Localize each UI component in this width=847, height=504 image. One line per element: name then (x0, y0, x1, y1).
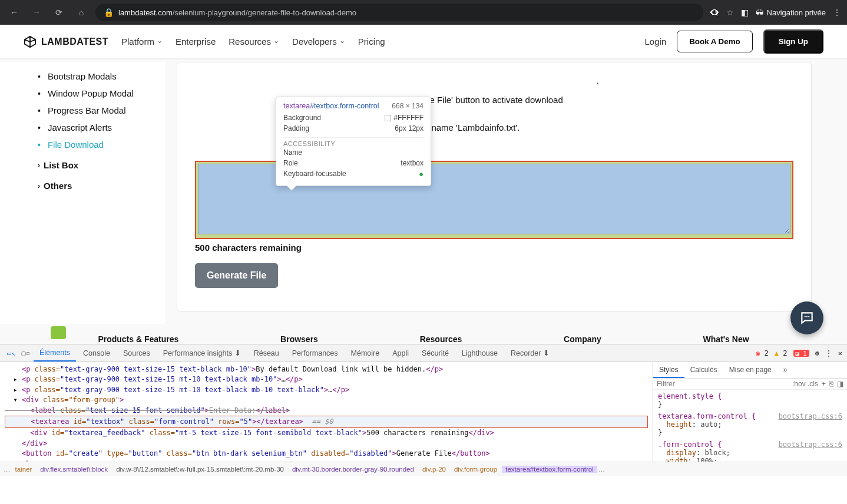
device-toggle-icon[interactable]: ▢▫ (19, 347, 32, 360)
back-button[interactable]: ← (6, 4, 22, 21)
sidebar-item-popup[interactable]: Window Popup Modal (38, 85, 165, 102)
dt-tab-lighthouse[interactable]: Lighthouse (456, 346, 504, 361)
home-button[interactable]: ⌂ (73, 4, 90, 21)
dt-tab-console[interactable]: Console (77, 346, 116, 361)
elements-panel[interactable]: <p class="text-gray-900 text-size-15 tex… (0, 362, 653, 462)
sidebar-category-listbox[interactable]: ›List Box (38, 153, 165, 174)
sidebar: Bootstrap Modals Window Popup Modal Prog… (0, 62, 165, 324)
tooltip-dimensions: 668 × 134 (392, 102, 424, 110)
dt-stab-computed[interactable]: Calculés (684, 362, 723, 378)
gear-icon[interactable]: ⚙ (815, 349, 819, 357)
copy-icon[interactable]: ⎘ (829, 380, 833, 388)
dt-tab-perfinsights[interactable]: Performance insights ⬇ (157, 345, 247, 361)
chat-icon (799, 310, 815, 326)
nav-developers[interactable]: Developers (292, 37, 345, 47)
instruction-text: . (195, 75, 793, 85)
main-card: . and click on 'Generate File' button to… (177, 62, 812, 312)
plus-icon[interactable]: + (822, 380, 826, 388)
sidebar-item-alerts[interactable]: Javascript Alerts (38, 119, 165, 136)
dt-tab-elements[interactable]: Éléments (34, 345, 76, 362)
footer-col[interactable]: Resources (420, 334, 462, 344)
browser-chrome: ← → ⟳ ⌂ 🔒 lambdatest.com/selenium-playgr… (0, 0, 847, 25)
dt-tab-app[interactable]: Appli (386, 346, 415, 361)
star-icon[interactable]: ☆ (726, 8, 734, 17)
inspector-tooltip: textarea#textbox.form-control 668 × 134 … (276, 97, 431, 186)
chat-button[interactable] (790, 301, 823, 334)
book-demo-button[interactable]: Book A Demo (677, 31, 752, 52)
site-header: LAMBDATEST Platform Enterprise Resources… (0, 25, 847, 59)
check-icon: ● (419, 170, 424, 178)
footer-headings: Products & Features Browsers Resources C… (0, 324, 847, 344)
footer-col[interactable]: Products & Features (98, 334, 178, 344)
svg-point-1 (806, 316, 808, 317)
styles-filter-input[interactable] (657, 380, 789, 388)
inspect-picker-icon[interactable]: ▭↖ (5, 347, 18, 360)
reload-button[interactable]: ⟳ (51, 4, 67, 21)
nav-platform[interactable]: Platform (121, 37, 163, 47)
incognito-icon: 🕶 (756, 8, 763, 17)
sidebar-item-progress[interactable]: Progress Bar Modal (38, 102, 165, 119)
issues-badge[interactable]: ◪ 1 (793, 350, 809, 357)
panel-icon[interactable]: ◨ (837, 380, 843, 388)
warn-badge[interactable]: ▲ 2 (775, 349, 788, 357)
dt-tab-sources[interactable]: Sources (117, 346, 156, 361)
filter-tools[interactable]: :hov .cls (792, 380, 818, 388)
eye-off-icon[interactable]: 👁‍🗨 (709, 8, 719, 17)
footer-col[interactable]: Company (564, 334, 601, 344)
menu-icon[interactable]: ⋮ (833, 8, 841, 17)
devtools-tabs: ▭↖ ▢▫ Éléments Console Sources Performan… (0, 344, 847, 362)
lock-icon: 🔒 (104, 8, 114, 17)
incognito-label: Navigation privée (767, 8, 826, 17)
chevron-right-icon: › (38, 182, 40, 190)
dt-stab-styles[interactable]: Styles (653, 362, 684, 378)
nav-pricing[interactable]: Pricing (358, 37, 385, 47)
footer-col[interactable]: Browsers (280, 334, 318, 344)
logo-text: LAMBDATEST (41, 37, 108, 47)
nav-resources[interactable]: Resources (229, 37, 279, 47)
styles-panel: Styles Calculés Mise en page » :hov .cls… (653, 362, 847, 462)
brand-badge (51, 326, 66, 339)
char-remaining: 500 characters remaining (195, 243, 793, 253)
svg-point-2 (808, 316, 809, 317)
dt-tab-performance[interactable]: Performances (286, 346, 344, 361)
dt-tab-memory[interactable]: Mémoire (345, 346, 386, 361)
incognito-indicator: 🕶 Navigation privée (756, 8, 826, 17)
sidebar-item-modals[interactable]: Bootstrap Modals (38, 68, 165, 85)
url-text: lambdatest.com/selenium-playground/gener… (118, 8, 356, 17)
forward-button[interactable]: → (28, 4, 45, 21)
logo[interactable]: LAMBDATEST (24, 35, 108, 48)
error-badge[interactable]: ◉ 2 (756, 349, 769, 357)
generate-file-button[interactable]: Generate File (195, 263, 278, 288)
footer-col[interactable]: What's New (703, 334, 749, 344)
dt-tab-network[interactable]: Réseau (248, 346, 285, 361)
address-bar[interactable]: 🔒 lambdatest.com/selenium-playground/gen… (95, 4, 703, 21)
svg-point-0 (805, 316, 806, 317)
dt-tab-security[interactable]: Sécurité (416, 346, 455, 361)
logo-icon (24, 35, 37, 48)
chevron-right-icon: › (38, 161, 40, 170)
panel-icon[interactable]: ◧ (741, 8, 749, 17)
signup-button[interactable]: Sign Up (763, 29, 823, 54)
sidebar-item-filedownload[interactable]: File Download (38, 136, 165, 153)
dt-stab-more[interactable]: » (777, 362, 793, 378)
dom-breadcrumb[interactable]: … tainer div.flex.smtablet\:block div.w-… (0, 462, 847, 476)
more-icon[interactable]: ⋮ (825, 349, 832, 357)
css-rules[interactable]: element.style { } textarea.form-control … (653, 390, 847, 462)
sidebar-category-others[interactable]: ›Others (38, 174, 165, 194)
close-icon[interactable]: ✕ (838, 349, 842, 357)
dt-tab-recorder[interactable]: Recorder ⬇ (505, 345, 555, 361)
login-link[interactable]: Login (645, 37, 667, 47)
dt-stab-layout[interactable]: Mise en page (723, 362, 777, 378)
nav-enterprise[interactable]: Enterprise (176, 37, 216, 47)
devtools: ▭↖ ▢▫ Éléments Console Sources Performan… (0, 344, 847, 476)
